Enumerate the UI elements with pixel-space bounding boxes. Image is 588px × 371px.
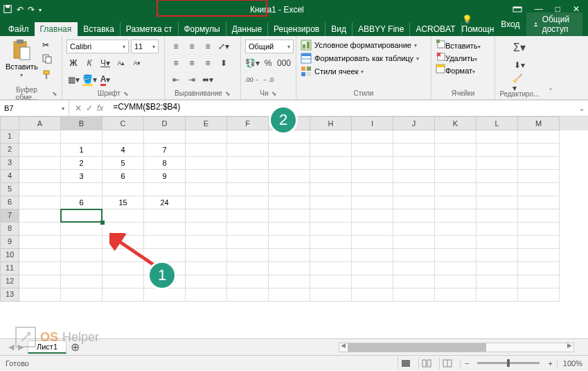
row-header[interactable]: 11 — [0, 262, 19, 275]
tab-data[interactable]: Данные — [226, 22, 268, 36]
copy-icon[interactable] — [42, 54, 52, 66]
view-page-layout-icon[interactable] — [418, 357, 435, 370]
col-header[interactable]: L — [476, 117, 518, 130]
cells-format-button[interactable]: Формат▾ — [436, 64, 481, 75]
cancel-formula-icon[interactable]: ✕ — [75, 103, 82, 113]
help-button[interactable]: 💡 Помощн — [462, 15, 495, 34]
col-header[interactable]: D — [144, 117, 186, 130]
tab-review[interactable]: Рецензиров — [268, 22, 326, 36]
zoom-slider[interactable] — [477, 362, 540, 364]
col-header[interactable]: M — [518, 117, 560, 130]
zoom-level[interactable]: 100% — [557, 359, 582, 368]
zoom-out-button[interactable]: − — [460, 359, 469, 368]
number-format-combo[interactable]: Общий▾ — [245, 40, 294, 53]
col-header[interactable]: J — [393, 117, 435, 130]
select-all-corner[interactable] — [0, 117, 19, 130]
save-icon[interactable] — [3, 4, 12, 16]
col-header[interactable]: I — [352, 117, 393, 130]
name-box[interactable]: B7▾ — [0, 101, 69, 116]
font-name-combo[interactable]: Calibri▾ — [66, 40, 129, 53]
clipboard-launcher[interactable]: ⬊ — [52, 90, 57, 97]
row-header[interactable]: 13 — [0, 288, 19, 302]
percent-icon[interactable]: % — [261, 56, 275, 70]
fill-color-button[interactable]: 🪣▾ — [82, 73, 96, 87]
alignment-launcher[interactable]: ⬊ — [225, 90, 231, 97]
col-header[interactable]: B — [61, 117, 103, 130]
redo-icon[interactable]: ↷ — [28, 5, 35, 15]
col-header[interactable]: C — [103, 117, 144, 130]
format-as-table-button[interactable]: Форматировать как таблицу▾ — [301, 53, 419, 64]
cells-insert-button[interactable]: Вставить▾ — [436, 39, 481, 50]
share-button[interactable]: Общий доступ — [526, 12, 582, 36]
cells-delete-button[interactable]: Удалить▾ — [436, 51, 481, 62]
sheet-nav-prev-icon[interactable]: ◀ — [8, 343, 14, 352]
align-left-icon[interactable]: ≡ — [169, 56, 183, 70]
horizontal-scrollbar[interactable]: ◀ ▶ — [339, 343, 574, 352]
border-button[interactable]: ▦▾ — [66, 73, 80, 87]
merge-button[interactable]: ⬌▾ — [201, 73, 215, 87]
tab-formulas[interactable]: Формулы — [179, 22, 226, 36]
tab-layout[interactable]: Разметка ст — [121, 22, 179, 36]
tab-home[interactable]: Главная — [35, 22, 78, 36]
col-header[interactable]: K — [435, 117, 476, 130]
decrease-font-icon[interactable]: A▾ — [130, 56, 144, 70]
comma-icon[interactable]: 000 — [277, 56, 291, 70]
align-bottom-icon[interactable]: ≡ — [201, 40, 215, 53]
cell-styles-button[interactable]: Стили ячеек▾ — [301, 66, 419, 77]
enter-formula-icon[interactable]: ✓ — [86, 103, 93, 113]
collapse-ribbon-icon[interactable]: ˄ — [544, 36, 558, 99]
font-launcher[interactable]: ⬊ — [123, 90, 129, 97]
paste-button[interactable]: Вставить ▾ — [4, 37, 39, 89]
clear-button[interactable]: 🧹▾ — [513, 76, 526, 90]
view-normal-icon[interactable] — [398, 357, 414, 370]
row-header[interactable]: 12 — [0, 275, 19, 288]
decrease-decimal-icon[interactable]: ←.0 — [261, 73, 275, 87]
tab-view[interactable]: Вид — [326, 22, 353, 36]
row-header[interactable]: 8 — [0, 223, 19, 236]
increase-decimal-icon[interactable]: .00→ — [245, 73, 259, 87]
formula-bar[interactable]: =СУММ($B2:$B4) — [109, 101, 576, 116]
tab-file[interactable]: Файл — [3, 22, 35, 36]
col-header[interactable]: F — [227, 117, 269, 130]
fill-button[interactable]: ⬇▾ — [513, 58, 526, 72]
wrap-text-icon[interactable]: ⬍ — [217, 56, 231, 70]
col-header[interactable]: E — [186, 117, 227, 130]
autosum-icon[interactable]: Σ▾ — [513, 40, 526, 54]
row-header[interactable]: 3 — [0, 157, 19, 170]
signin-button[interactable]: Вход — [501, 19, 519, 29]
col-header[interactable]: A — [19, 117, 61, 130]
format-painter-icon[interactable] — [42, 70, 52, 82]
currency-icon[interactable]: 💱▾ — [245, 56, 259, 70]
font-size-combo[interactable]: 11▾ — [131, 40, 159, 53]
tab-abbyy[interactable]: ABBYY Fine — [353, 22, 410, 36]
row-header[interactable]: 7 — [0, 209, 19, 223]
decrease-indent-icon[interactable]: ⇤ — [169, 73, 183, 87]
tab-acrobat[interactable]: ACROBAT — [410, 22, 461, 36]
cell-grid[interactable]: 147 258 369 61524 6 — [19, 130, 588, 338]
align-right-icon[interactable]: ≡ — [201, 56, 215, 70]
row-header[interactable]: 6 — [0, 196, 19, 209]
row-header[interactable]: 9 — [0, 236, 19, 249]
fx-button[interactable]: fx — [97, 103, 103, 113]
expand-formula-bar-icon[interactable]: ⌄ — [576, 101, 588, 116]
row-header[interactable]: 10 — [0, 249, 19, 262]
font-color-button[interactable]: A▾ — [98, 73, 112, 87]
row-header[interactable]: 2 — [0, 144, 19, 157]
fill-handle[interactable] — [100, 221, 105, 225]
number-launcher[interactable]: ⬊ — [271, 90, 277, 97]
zoom-in-button[interactable]: + — [548, 359, 552, 368]
align-middle-icon[interactable]: ≡ — [185, 40, 199, 53]
undo-icon[interactable]: ↶ — [17, 5, 24, 15]
increase-indent-icon[interactable]: ⇥ — [185, 73, 199, 87]
orientation-icon[interactable]: ⤢▾ — [217, 40, 231, 53]
align-top-icon[interactable]: ≡ — [169, 40, 183, 53]
italic-button[interactable]: К — [82, 56, 96, 70]
tab-insert[interactable]: Вставка — [78, 22, 121, 36]
view-page-break-icon[interactable] — [439, 357, 456, 370]
conditional-formatting-button[interactable]: Условное форматирование▾ — [301, 40, 419, 51]
bold-button[interactable]: Ж — [66, 56, 80, 70]
align-center-icon[interactable]: ≡ — [185, 56, 199, 70]
cut-icon[interactable]: ✂ — [42, 40, 52, 50]
col-header[interactable]: H — [310, 117, 352, 130]
underline-button[interactable]: Ч▾ — [98, 56, 112, 70]
